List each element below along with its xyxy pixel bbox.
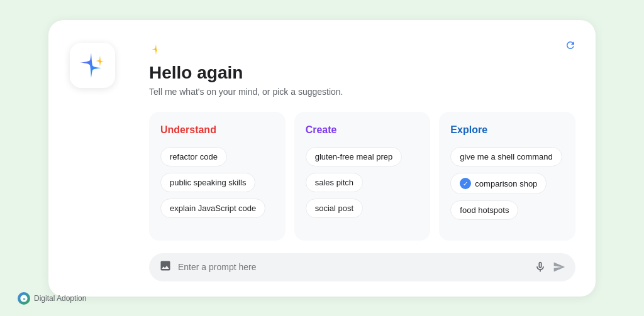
chip-comparison-shop[interactable]: ✓ comparison shop (450, 173, 547, 194)
header-area: Hello again Tell me what's on your mind,… (149, 43, 575, 112)
logo-box (70, 43, 115, 88)
prompt-input[interactable] (178, 262, 528, 272)
chip-sales-pitch[interactable]: sales pitch (306, 173, 363, 192)
chip-explain-js[interactable]: explain JavaScript code (160, 199, 265, 218)
chip-social-post[interactable]: social post (306, 199, 363, 218)
chip-shell-command[interactable]: give me a shell command (450, 147, 562, 166)
cards-row: Understand refactor code public speaking… (149, 112, 575, 240)
explore-title: Explore (450, 124, 564, 136)
understand-card: Understand refactor code public speaking… (149, 112, 286, 240)
create-card: Create gluten-free meal prep sales pitch… (294, 112, 431, 240)
understand-title: Understand (160, 124, 274, 136)
gemini-logo-icon (77, 50, 108, 80)
explore-card: Explore give me a shell command ✓ compar… (439, 112, 575, 240)
brand-name: Digital Adoption (34, 294, 86, 303)
content-area: Hello again Tell me what's on your mind,… (136, 20, 596, 297)
chip-gluten-free[interactable]: gluten-free meal prep (306, 147, 402, 166)
brand-logo-icon (18, 292, 30, 305)
page-title: Hello again (149, 62, 575, 84)
mic-button[interactable] (534, 261, 547, 273)
subtitle: Tell me what's on your mind, or pick a s… (149, 87, 575, 97)
sparkle-icon (149, 43, 163, 60)
branding: Digital Adoption (18, 292, 86, 305)
check-icon: ✓ (460, 178, 471, 189)
create-title: Create (306, 124, 419, 136)
sidebar (48, 20, 136, 297)
chip-public-speaking[interactable]: public speaking skills (160, 173, 255, 192)
input-bar (149, 253, 575, 281)
image-icon (159, 259, 172, 275)
main-card: Hello again Tell me what's on your mind,… (48, 20, 596, 297)
chip-food-hotspots[interactable]: food hotspots (450, 200, 518, 220)
outer-frame: Hello again Tell me what's on your mind,… (0, 0, 644, 316)
chip-refactor-code[interactable]: refactor code (160, 147, 227, 166)
send-button[interactable] (553, 261, 565, 273)
refresh-button[interactable] (560, 35, 580, 55)
